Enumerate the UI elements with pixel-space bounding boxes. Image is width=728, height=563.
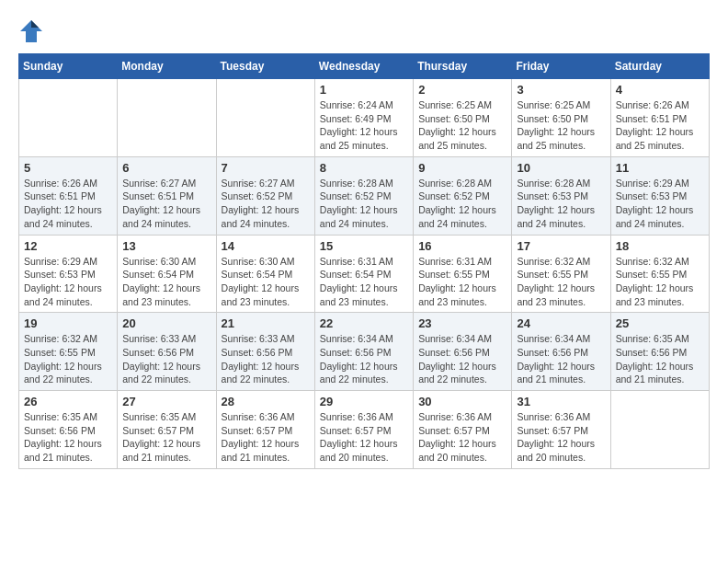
calendar-cell [216,79,314,157]
day-number: 24 [517,316,605,330]
day-detail: Sunrise: 6:32 AM Sunset: 6:55 PM Dayligh… [24,332,112,386]
weekday-header: Monday [118,54,216,79]
day-detail: Sunrise: 6:36 AM Sunset: 6:57 PM Dayligh… [320,410,408,465]
day-detail: Sunrise: 6:35 AM Sunset: 6:56 PM Dayligh… [24,410,112,465]
day-number: 18 [616,239,704,253]
weekday-header: Tuesday [216,54,314,79]
day-detail: Sunrise: 6:34 AM Sunset: 6:56 PM Dayligh… [418,332,506,386]
day-detail: Sunrise: 6:28 AM Sunset: 6:52 PM Dayligh… [320,177,408,231]
page-header [18,18,710,44]
calendar-week-row: 12Sunrise: 6:29 AM Sunset: 6:53 PM Dayli… [19,235,710,313]
day-number: 23 [418,316,506,330]
day-number: 16 [418,239,506,253]
day-number: 6 [122,161,210,175]
day-detail: Sunrise: 6:25 AM Sunset: 6:50 PM Dayligh… [517,98,605,153]
day-detail: Sunrise: 6:36 AM Sunset: 6:57 PM Dayligh… [517,410,605,465]
day-detail: Sunrise: 6:31 AM Sunset: 6:54 PM Dayligh… [320,255,408,309]
logo [18,18,48,44]
day-number: 12 [24,239,112,253]
calendar-cell: 22Sunrise: 6:34 AM Sunset: 6:56 PM Dayli… [314,313,413,391]
day-detail: Sunrise: 6:33 AM Sunset: 6:56 PM Dayligh… [122,332,210,386]
day-number: 11 [616,161,704,175]
weekday-header: Sunday [19,54,118,79]
calendar-cell: 23Sunrise: 6:34 AM Sunset: 6:56 PM Dayli… [414,313,512,391]
day-detail: Sunrise: 6:29 AM Sunset: 6:53 PM Dayligh… [616,177,704,231]
day-number: 22 [320,316,408,330]
calendar-cell [610,391,709,469]
calendar-cell: 16Sunrise: 6:31 AM Sunset: 6:55 PM Dayli… [414,235,512,313]
day-detail: Sunrise: 6:36 AM Sunset: 6:57 PM Dayligh… [418,410,506,465]
day-number: 10 [517,161,605,175]
calendar-cell: 31Sunrise: 6:36 AM Sunset: 6:57 PM Dayli… [512,391,610,469]
day-number: 21 [222,316,310,330]
day-detail: Sunrise: 6:35 AM Sunset: 6:57 PM Dayligh… [122,410,210,465]
day-number: 25 [616,316,704,330]
day-number: 28 [222,395,310,408]
day-detail: Sunrise: 6:30 AM Sunset: 6:54 PM Dayligh… [222,255,310,309]
calendar-week-row: 19Sunrise: 6:32 AM Sunset: 6:55 PM Dayli… [19,313,710,391]
calendar-cell: 15Sunrise: 6:31 AM Sunset: 6:54 PM Dayli… [314,235,413,313]
logo-icon [18,18,44,44]
day-number: 8 [320,161,408,175]
weekday-header: Wednesday [314,54,413,79]
day-detail: Sunrise: 6:36 AM Sunset: 6:57 PM Dayligh… [222,410,310,465]
calendar-header-row: SundayMondayTuesdayWednesdayThursdayFrid… [19,54,710,79]
day-detail: Sunrise: 6:24 AM Sunset: 6:49 PM Dayligh… [320,98,408,153]
calendar-cell: 1Sunrise: 6:24 AM Sunset: 6:49 PM Daylig… [314,79,413,157]
calendar-cell: 5Sunrise: 6:26 AM Sunset: 6:51 PM Daylig… [19,156,118,235]
day-detail: Sunrise: 6:27 AM Sunset: 6:52 PM Dayligh… [222,177,310,231]
day-detail: Sunrise: 6:29 AM Sunset: 6:53 PM Dayligh… [24,255,112,309]
day-number: 20 [122,316,210,330]
day-detail: Sunrise: 6:31 AM Sunset: 6:55 PM Dayligh… [418,255,506,309]
calendar-cell: 12Sunrise: 6:29 AM Sunset: 6:53 PM Dayli… [19,235,118,313]
calendar-cell: 29Sunrise: 6:36 AM Sunset: 6:57 PM Dayli… [314,391,413,469]
calendar-cell: 13Sunrise: 6:30 AM Sunset: 6:54 PM Dayli… [118,235,216,313]
calendar-cell: 10Sunrise: 6:28 AM Sunset: 6:53 PM Dayli… [512,156,610,235]
day-number: 30 [418,395,506,408]
calendar-cell: 19Sunrise: 6:32 AM Sunset: 6:55 PM Dayli… [19,313,118,391]
calendar-cell: 26Sunrise: 6:35 AM Sunset: 6:56 PM Dayli… [19,391,118,469]
weekday-header: Saturday [610,54,709,79]
day-number: 27 [122,395,210,408]
calendar-cell: 14Sunrise: 6:30 AM Sunset: 6:54 PM Dayli… [216,235,314,313]
calendar-cell: 18Sunrise: 6:32 AM Sunset: 6:55 PM Dayli… [610,235,709,313]
day-number: 26 [24,395,112,408]
weekday-header: Friday [512,54,610,79]
day-detail: Sunrise: 6:33 AM Sunset: 6:56 PM Dayligh… [222,332,310,386]
day-number: 3 [517,83,605,97]
day-detail: Sunrise: 6:34 AM Sunset: 6:56 PM Dayligh… [517,332,605,386]
day-number: 5 [24,161,112,175]
day-number: 29 [320,395,408,408]
svg-marker-1 [31,20,39,28]
calendar-cell: 2Sunrise: 6:25 AM Sunset: 6:50 PM Daylig… [414,79,512,157]
calendar-cell: 27Sunrise: 6:35 AM Sunset: 6:57 PM Dayli… [118,391,216,469]
calendar-cell: 30Sunrise: 6:36 AM Sunset: 6:57 PM Dayli… [414,391,512,469]
day-detail: Sunrise: 6:26 AM Sunset: 6:51 PM Dayligh… [616,98,704,153]
day-detail: Sunrise: 6:34 AM Sunset: 6:56 PM Dayligh… [320,332,408,386]
calendar-cell: 7Sunrise: 6:27 AM Sunset: 6:52 PM Daylig… [216,156,314,235]
day-number: 7 [222,161,310,175]
calendar-cell: 11Sunrise: 6:29 AM Sunset: 6:53 PM Dayli… [610,156,709,235]
day-detail: Sunrise: 6:32 AM Sunset: 6:55 PM Dayligh… [517,255,605,309]
day-number: 13 [122,239,210,253]
day-detail: Sunrise: 6:27 AM Sunset: 6:51 PM Dayligh… [122,177,210,231]
calendar-week-row: 1Sunrise: 6:24 AM Sunset: 6:49 PM Daylig… [19,79,710,157]
day-number: 17 [517,239,605,253]
day-detail: Sunrise: 6:26 AM Sunset: 6:51 PM Dayligh… [24,177,112,231]
day-number: 2 [418,83,506,97]
calendar-cell [19,79,118,157]
calendar-week-row: 5Sunrise: 6:26 AM Sunset: 6:51 PM Daylig… [19,156,710,235]
calendar-cell: 4Sunrise: 6:26 AM Sunset: 6:51 PM Daylig… [610,79,709,157]
day-detail: Sunrise: 6:32 AM Sunset: 6:55 PM Dayligh… [616,255,704,309]
day-number: 1 [320,83,408,97]
calendar-week-row: 26Sunrise: 6:35 AM Sunset: 6:56 PM Dayli… [19,391,710,469]
day-number: 31 [517,395,605,408]
calendar-table: SundayMondayTuesdayWednesdayThursdayFrid… [18,53,710,469]
calendar-cell: 3Sunrise: 6:25 AM Sunset: 6:50 PM Daylig… [512,79,610,157]
calendar-cell: 8Sunrise: 6:28 AM Sunset: 6:52 PM Daylig… [314,156,413,235]
calendar-cell [118,79,216,157]
calendar-cell: 28Sunrise: 6:36 AM Sunset: 6:57 PM Dayli… [216,391,314,469]
weekday-header: Thursday [414,54,512,79]
calendar-cell: 9Sunrise: 6:28 AM Sunset: 6:52 PM Daylig… [414,156,512,235]
day-detail: Sunrise: 6:25 AM Sunset: 6:50 PM Dayligh… [418,98,506,153]
